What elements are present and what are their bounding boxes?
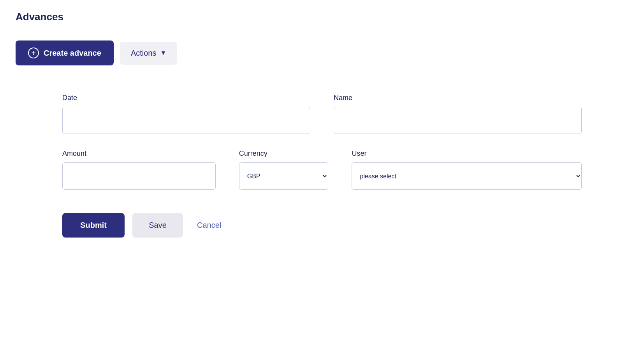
currency-select[interactable]: GBP USD EUR bbox=[239, 162, 329, 190]
create-advance-label: Create advance bbox=[44, 49, 101, 58]
chevron-down-icon: ▼ bbox=[160, 49, 166, 56]
form-container: Date Name Amount Currency GBP USD EUR Us… bbox=[0, 75, 644, 264]
form-row-amount-currency-user: Amount Currency GBP USD EUR User please … bbox=[62, 150, 582, 190]
user-label: User bbox=[352, 150, 582, 158]
amount-label: Amount bbox=[62, 150, 216, 158]
form-group-amount: Amount bbox=[62, 150, 216, 190]
form-group-name: Name bbox=[334, 94, 582, 134]
save-button[interactable]: Save bbox=[132, 213, 183, 238]
date-label: Date bbox=[62, 94, 310, 102]
user-select[interactable]: please select bbox=[352, 162, 582, 190]
actions-button[interactable]: Actions ▼ bbox=[120, 42, 177, 65]
create-advance-button[interactable]: + Create advance bbox=[16, 40, 114, 65]
name-input[interactable] bbox=[334, 107, 582, 134]
page-header: Advances bbox=[0, 0, 644, 31]
form-row-date-name: Date Name bbox=[62, 94, 582, 134]
currency-label: Currency bbox=[239, 150, 329, 158]
form-group-currency: Currency GBP USD EUR bbox=[239, 150, 329, 190]
plus-icon: + bbox=[28, 48, 39, 58]
amount-input[interactable] bbox=[62, 162, 216, 190]
toolbar: + Create advance Actions ▼ bbox=[0, 31, 644, 75]
date-input[interactable] bbox=[62, 107, 310, 134]
form-group-date: Date bbox=[62, 94, 310, 134]
cancel-button[interactable]: Cancel bbox=[191, 213, 227, 238]
submit-button[interactable]: Submit bbox=[62, 213, 125, 238]
actions-label: Actions bbox=[131, 49, 157, 58]
form-group-user: User please select bbox=[352, 150, 582, 190]
page-title: Advances bbox=[16, 11, 628, 23]
form-actions: Submit Save Cancel bbox=[62, 205, 582, 245]
name-label: Name bbox=[334, 94, 582, 102]
